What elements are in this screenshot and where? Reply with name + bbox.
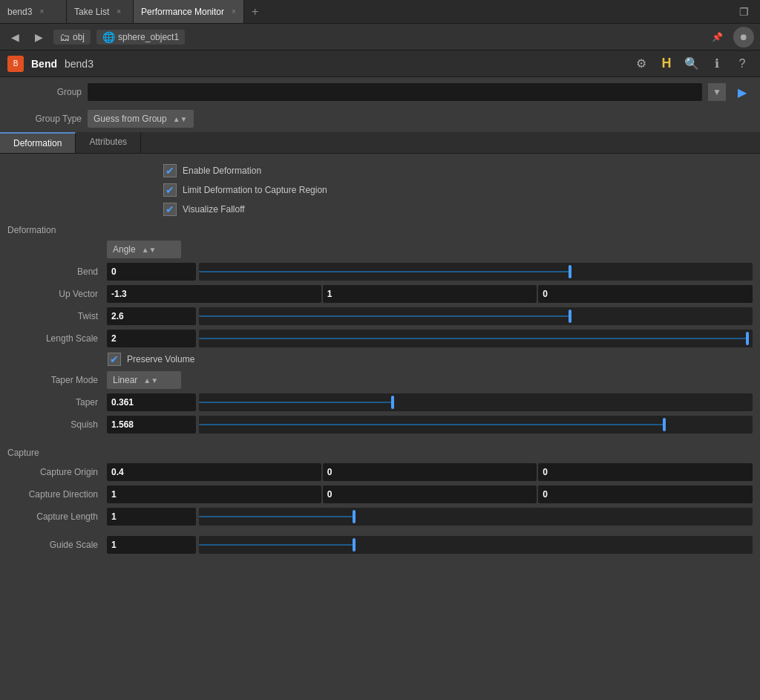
nav-back-button[interactable]: ◀ xyxy=(6,28,24,46)
capture-direction-x[interactable] xyxy=(107,485,321,503)
squish-slider-track xyxy=(199,424,664,425)
tab-take-list-label: Take List xyxy=(74,7,109,17)
capture-origin-x[interactable] xyxy=(107,463,321,481)
bend-mode-value: Angle xyxy=(113,244,136,255)
taper-input[interactable] xyxy=(107,393,196,411)
taper-slider[interactable] xyxy=(199,393,753,411)
search-button[interactable]: 🔍 xyxy=(681,53,702,74)
twist-input[interactable] xyxy=(107,307,196,325)
record-button[interactable]: ⏺ xyxy=(733,27,754,48)
bend-input[interactable] xyxy=(107,263,196,281)
group-type-label: Group Type xyxy=(7,114,82,124)
tab-bend3-close[interactable]: × xyxy=(39,7,44,16)
bend-mode-dropdown[interactable]: Angle ▲▼ xyxy=(107,241,181,258)
group-type-value: Guess from Group xyxy=(94,114,167,124)
header-tools: ⚙ H 🔍 ℹ ? xyxy=(631,53,753,74)
gear-button[interactable]: ⚙ xyxy=(631,53,652,74)
up-vector-y[interactable] xyxy=(323,285,537,303)
node-name: bend3 xyxy=(65,58,94,70)
path-obj[interactable]: 🗂 obj xyxy=(53,30,91,45)
up-vector-x[interactable] xyxy=(107,285,321,303)
tab-take-list[interactable]: Take List × xyxy=(67,0,134,23)
node-type-icon: B xyxy=(7,56,24,72)
length-scale-label: Length Scale xyxy=(7,333,104,344)
bend-slider-track xyxy=(199,271,570,272)
capture-direction-y[interactable] xyxy=(323,485,537,503)
tab-bend3[interactable]: bend3 × xyxy=(0,0,67,23)
squish-slider-thumb[interactable] xyxy=(663,418,666,431)
checkbox-limit-deformation[interactable]: ✔ xyxy=(163,183,177,197)
taper-mode-arrow: ▲▼ xyxy=(143,376,158,385)
group-type-arrow-icon: ▲▼ xyxy=(173,115,188,123)
checkbox-limit-deformation-label: Limit Deformation to Capture Region xyxy=(183,185,327,195)
length-scale-slider-track xyxy=(199,338,747,339)
H-button[interactable]: H xyxy=(656,53,677,74)
taper-row: Taper xyxy=(0,391,760,413)
obj-icon: 🗂 xyxy=(59,31,70,43)
bend-slider[interactable] xyxy=(199,263,753,281)
bend-mode-arrow: ▲▼ xyxy=(142,246,157,254)
nav-forward-button[interactable]: ▶ xyxy=(30,28,48,46)
capture-section-header: Capture xyxy=(0,442,760,461)
squish-label: Squish xyxy=(7,419,104,430)
checkbox-visualize-falloff-row: ✔ Visualize Falloff xyxy=(0,200,760,219)
squish-slider[interactable] xyxy=(199,416,753,434)
twist-label: Twist xyxy=(7,311,104,321)
capture-length-input[interactable] xyxy=(107,508,196,526)
info-button[interactable]: ℹ xyxy=(707,53,727,74)
length-scale-slider-thumb[interactable] xyxy=(746,332,749,345)
group-input[interactable] xyxy=(88,83,702,101)
capture-length-slider-thumb[interactable] xyxy=(353,510,356,523)
group-dropdown-arrow[interactable]: ▼ xyxy=(708,83,726,101)
guide-scale-slider-thumb[interactable] xyxy=(353,538,356,552)
length-scale-input[interactable] xyxy=(107,330,196,347)
bend-row: Bend xyxy=(0,261,760,283)
capture-origin-y[interactable] xyxy=(323,463,537,481)
length-scale-row: Length Scale xyxy=(0,327,760,350)
capture-direction-inputs xyxy=(107,485,753,503)
guide-scale-input[interactable] xyxy=(107,536,196,554)
guide-scale-label: Guide Scale xyxy=(7,540,104,550)
tab-add-button[interactable]: + xyxy=(244,5,266,19)
checkbox-visualize-falloff[interactable]: ✔ xyxy=(163,203,177,216)
path-sphere-label: sphere_object1 xyxy=(118,32,179,42)
capture-length-slider[interactable] xyxy=(199,508,753,526)
window-controls: ❐ xyxy=(733,1,760,22)
group-type-dropdown[interactable]: Guess from Group ▲▼ xyxy=(88,110,194,128)
taper-label: Taper xyxy=(7,397,104,408)
window-resize-button[interactable]: ❐ xyxy=(733,1,754,22)
capture-length-row: Capture Length xyxy=(0,506,760,528)
tab-attributes[interactable]: Attributes xyxy=(76,132,141,153)
capture-direction-label: Capture Direction xyxy=(7,489,104,500)
squish-input[interactable] xyxy=(107,416,196,434)
tab-take-list-close[interactable]: × xyxy=(117,7,121,16)
twist-slider[interactable] xyxy=(199,307,753,325)
capture-direction-z[interactable] xyxy=(538,485,753,503)
capture-length-slider-track xyxy=(199,516,354,517)
guide-scale-slider[interactable] xyxy=(199,536,753,554)
squish-row: Squish xyxy=(0,413,760,436)
length-scale-slider[interactable] xyxy=(199,330,753,347)
taper-mode-label: Taper Mode xyxy=(7,375,104,385)
group-arrow-button[interactable]: ▶ xyxy=(732,82,753,102)
node-title: Bend xyxy=(31,58,57,70)
tab-performance-monitor-close[interactable]: × xyxy=(232,7,236,16)
pin-button[interactable]: 📌 xyxy=(707,27,727,48)
path-sphere[interactable]: 🌐 sphere_object1 xyxy=(96,30,185,45)
twist-slider-thumb[interactable] xyxy=(569,310,571,323)
bend-slider-thumb[interactable] xyxy=(569,265,571,278)
tab-performance-monitor[interactable]: Performance Monitor × xyxy=(134,0,244,23)
checkbox-preserve-volume[interactable]: ✔ xyxy=(108,353,121,366)
tab-bend3-label: bend3 xyxy=(7,7,32,17)
preserve-volume-row: ✔ Preserve Volume xyxy=(0,350,760,369)
node-header: B Bend bend3 ⚙ H 🔍 ℹ ? xyxy=(0,50,760,77)
checkbox-enable-deformation[interactable]: ✔ xyxy=(163,164,177,177)
help-button[interactable]: ? xyxy=(732,53,753,74)
preserve-volume-label: Preserve Volume xyxy=(127,354,194,364)
tab-deformation[interactable]: Deformation xyxy=(0,132,76,153)
checkbox-enable-deformation-row: ✔ Enable Deformation xyxy=(0,161,760,180)
taper-mode-dropdown[interactable]: Linear ▲▼ xyxy=(107,371,181,389)
taper-slider-thumb[interactable] xyxy=(391,396,394,409)
up-vector-z[interactable] xyxy=(538,285,753,303)
capture-origin-z[interactable] xyxy=(538,463,753,481)
